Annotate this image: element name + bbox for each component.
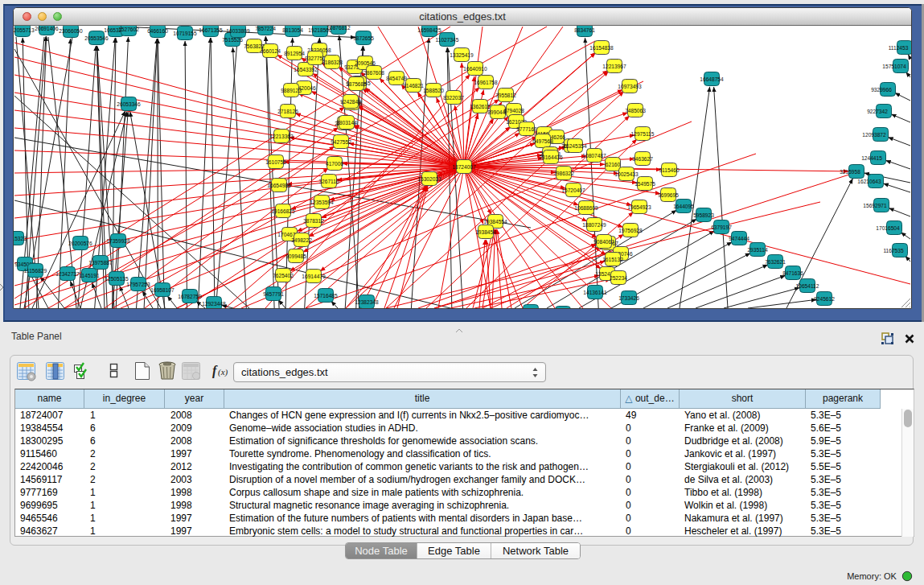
svg-text:9329966: 9329966 [871,87,892,93]
svg-text:62160: 62160 [606,162,621,167]
svg-text:417006: 417006 [326,161,343,167]
svg-text:10973493: 10973493 [618,84,642,89]
svg-text:7955812: 7955812 [495,93,516,98]
svg-text:3267110: 3267110 [318,179,339,184]
svg-text:2867608: 2867608 [363,70,384,76]
svg-text:2935114: 2935114 [747,247,768,253]
svg-text:9099485: 9099485 [285,253,306,259]
svg-text:8660124: 8660124 [260,48,281,54]
svg-text:3878312: 3878312 [303,218,324,224]
svg-text:9427552: 9427552 [331,139,351,145]
svg-text:16543392: 16543392 [294,67,318,72]
svg-text:7857224: 7857224 [255,26,276,31]
svg-text:7625402: 7625402 [273,273,294,278]
svg-text:16914479: 16914479 [302,274,326,279]
svg-text:6794028: 6794028 [503,108,524,113]
svg-text:16958107: 16958107 [150,287,175,293]
svg-text:11156829: 11156829 [24,268,47,274]
svg-text:8186328: 8186328 [322,60,343,65]
svg-text:8471636: 8471636 [782,270,803,276]
svg-text:6466160: 6466160 [147,28,168,34]
svg-text:16782759: 16782759 [178,294,202,299]
svg-text:9242848: 9242848 [340,99,361,105]
svg-text:3915323: 3915323 [14,236,27,241]
svg-text:20553546: 20553546 [84,35,109,41]
svg-text:12353594: 12353594 [310,200,334,205]
svg-text:8454749: 8454749 [386,76,407,81]
svg-text:2718126: 2718126 [277,109,298,114]
svg-text:1938454: 1938454 [475,229,496,235]
svg-text:15751074: 15751074 [882,64,906,69]
svg-text:16961758: 16961758 [474,80,498,85]
svg-text:9146821: 9146821 [403,83,424,89]
svg-text:11027345: 11027345 [436,37,459,43]
svg-text:9463627: 9463627 [632,156,653,162]
svg-text:16210643: 16210643 [857,179,881,184]
svg-text:18807249: 18807249 [582,222,606,228]
svg-text:19654923: 19654923 [627,204,651,210]
svg-text:10807487: 10807487 [582,153,606,159]
svg-text:1644095: 1644095 [673,204,694,209]
svg-text:1549575: 1549575 [634,181,655,187]
svg-text:9227342: 9227342 [867,109,888,114]
svg-text:7986322: 7986322 [553,171,574,176]
svg-text:15720407: 15720407 [561,187,585,193]
svg-text:20200576: 20200576 [68,241,92,246]
svg-text:14136141: 14136141 [583,290,607,295]
svg-text:5958923: 5958923 [693,212,714,218]
svg-text:16245354: 16245354 [563,143,587,149]
svg-text:1362615: 1362615 [470,104,491,109]
svg-text:20876812: 20876812 [326,26,351,31]
svg-text:12382348: 12382348 [355,299,379,305]
svg-text:9084067: 9084067 [593,239,614,245]
svg-text:23164436: 23164436 [539,154,563,160]
svg-text:19166825: 19166825 [271,208,295,214]
svg-text:(x): (x) [218,367,228,377]
svg-text:26053346: 26053346 [117,101,141,107]
svg-text:2803144: 2803144 [336,120,357,126]
svg-text:9872655: 9872655 [353,35,374,41]
svg-text:15692971: 15692971 [863,203,887,208]
svg-text:1588520: 1588520 [423,88,444,93]
svg-text:8912954: 8912954 [284,51,305,56]
svg-text:18724007: 18724007 [452,164,476,170]
svg-text:9245612: 9245612 [814,296,835,302]
svg-text:19384554: 19384554 [483,219,507,225]
svg-text:17359938: 17359938 [106,238,130,244]
svg-text:12342737: 12342737 [55,271,80,277]
svg-text:12975115: 12975115 [631,131,655,137]
svg-text:9699695: 9699695 [658,192,679,198]
svg-text:5875685: 5875685 [346,81,367,87]
svg-text:15302033: 15302033 [417,176,441,182]
svg-text:12093872: 12093872 [862,132,886,138]
svg-text:13325419: 13325419 [450,52,474,58]
svg-text:10654112: 10654112 [796,283,819,289]
svg-text:7485063: 7485063 [625,108,646,113]
svg-text:20691406: 20691406 [35,26,59,31]
svg-text:16154838: 16154838 [589,45,614,51]
svg-text:6379197: 6379197 [711,225,732,230]
svg-text:16654985: 16654985 [267,183,291,188]
svg-text:16671355: 16671355 [199,27,223,33]
svg-text:252234: 252234 [610,275,627,281]
svg-text:7563822: 7563822 [244,43,265,49]
svg-text:3498222: 3498222 [291,237,312,243]
svg-text:1527602: 1527602 [118,27,139,32]
svg-text:12505135: 12505135 [105,276,129,282]
svg-text:1112453: 1112453 [889,45,909,51]
svg-text:12055713: 12055713 [14,27,35,33]
svg-text:1167535: 1167535 [883,248,904,253]
svg-text:1244415: 1244415 [861,155,882,161]
svg-text:7632621: 7632621 [765,259,786,265]
svg-text:10025433: 10025433 [614,171,639,177]
svg-text:10719155: 10719155 [173,31,197,36]
svg-text:2090546: 2090546 [355,60,376,66]
svg-text:9457791: 9457791 [263,291,284,297]
svg-text:23066050: 23066050 [59,28,83,34]
svg-text:f: f [212,364,218,378]
svg-text:16648754: 16648754 [700,76,724,82]
svg-text:15716485: 15716485 [314,293,338,299]
svg-text:3215958: 3215958 [840,169,860,175]
svg-text:1145191: 1145191 [79,273,100,278]
svg-text:19756928: 19756928 [618,228,643,233]
